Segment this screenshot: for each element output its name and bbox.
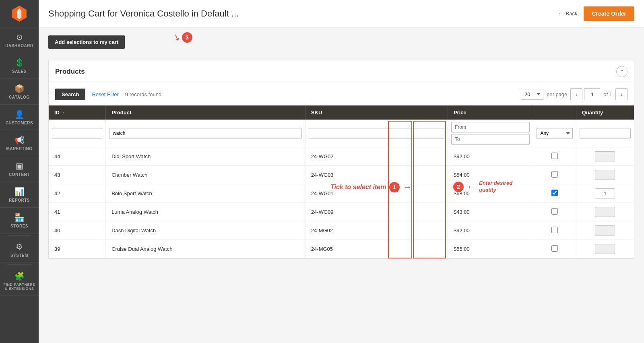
content-icon: ▣ <box>16 161 23 171</box>
cell-id: 44 <box>49 147 106 166</box>
search-button[interactable]: Search <box>55 89 85 100</box>
collapse-button[interactable]: ⌃ <box>616 66 627 77</box>
cell-price: $43.00 <box>448 203 533 221</box>
filter-cell-select: Any Yes No <box>533 120 576 147</box>
cell-select <box>533 221 576 240</box>
customers-icon: 👤 <box>14 110 25 119</box>
table-wrapper: Tick to select item 1 → 2 ← Enter desire… <box>49 105 634 258</box>
magento-logo-icon <box>11 5 28 22</box>
sidebar-item-system[interactable]: ⚙ SYSTEM <box>0 237 39 263</box>
qty-input[interactable] <box>595 225 615 236</box>
cell-id: 39 <box>49 240 106 258</box>
back-button[interactable]: ← Back <box>558 10 578 17</box>
qty-input[interactable] <box>595 244 615 254</box>
reset-filter-link[interactable]: Reset Filter <box>92 91 118 97</box>
filter-cell-id <box>49 120 106 147</box>
table-header-row: ID ↑ Product SKU Price Quantity <box>49 105 634 120</box>
filter-input-id[interactable] <box>52 128 102 138</box>
row-select-checkbox[interactable] <box>551 171 558 178</box>
col-header-sku: SKU <box>305 105 448 120</box>
sidebar-item-sales[interactable]: 💲 SALES <box>0 53 39 79</box>
filter-input-qty[interactable] <box>580 128 631 138</box>
sidebar-item-content[interactable]: ▣ CONTENT <box>0 156 39 182</box>
header-actions: ← Back Create Order <box>558 6 635 21</box>
cell-id: 43 <box>49 166 106 184</box>
filter-cell-product <box>106 120 305 147</box>
page-title: Shopping Cart for Veronica Costello in D… <box>48 8 239 19</box>
sidebar: ⊙ DASHBOARD 💲 SALES 📦 CATALOG 👤 CUSTOMER… <box>0 0 39 343</box>
sidebar-label-marketing: MARKETING <box>6 147 32 151</box>
cell-product: Didi Sport Watch <box>106 147 305 166</box>
page-header: Shopping Cart for Veronica Costello in D… <box>39 0 644 27</box>
filter-input-price-to[interactable] <box>451 134 530 145</box>
sidebar-item-stores[interactable]: 🏪 STORES <box>0 208 39 233</box>
prev-page-button[interactable]: ‹ <box>570 88 582 100</box>
qty-input[interactable] <box>595 207 615 217</box>
sidebar-item-marketing[interactable]: 📢 MARKETING <box>0 130 39 156</box>
row-select-checkbox[interactable] <box>551 153 558 159</box>
sidebar-label-stores: STORES <box>10 224 28 228</box>
sidebar-item-partners[interactable]: 🧩 FIND PARTNERS & EXTENSIONS <box>0 267 39 296</box>
cell-product: Cruise Dual Analog Watch <box>106 240 305 258</box>
sort-icon-id: ↑ <box>63 111 65 115</box>
search-toolbar: Search Reset Filter 9 records found 20 5… <box>49 83 634 105</box>
cell-select <box>533 203 576 221</box>
cell-product: Bolo Sport Watch <box>106 184 305 203</box>
col-header-id[interactable]: ID ↑ <box>49 105 106 120</box>
col-header-select <box>533 105 576 120</box>
sidebar-item-catalog[interactable]: 📦 CATALOG <box>0 79 39 105</box>
table-row: 43 Clamber Watch 24-WG03 $54.00 <box>49 166 634 184</box>
table-row: 42 Bolo Sport Watch 24-WG01 $68.00 <box>49 184 634 203</box>
pagination: ‹ of 1 › <box>570 88 627 100</box>
qty-input[interactable] <box>595 151 615 161</box>
back-label: Back <box>566 10 578 17</box>
add-to-cart-button[interactable]: Add selections to my cart <box>48 35 125 49</box>
cell-qty <box>576 166 634 184</box>
sidebar-label-catalog: CATALOG <box>9 95 29 99</box>
cell-price: $68.00 <box>448 184 533 203</box>
cell-id: 40 <box>49 221 106 240</box>
per-page-select[interactable]: 20 50 100 <box>521 89 543 100</box>
records-count-text: 9 records found <box>125 91 161 97</box>
next-page-button[interactable]: › <box>615 88 627 100</box>
per-page-label: per page <box>547 91 567 97</box>
row-select-checkbox[interactable] <box>551 190 558 196</box>
cell-select <box>533 166 576 184</box>
chevron-up-icon: ⌃ <box>620 69 624 74</box>
table-row: 40 Dash Digital Watch 24-MG02 $92.00 <box>49 221 634 240</box>
page-of-label: of 1 <box>602 91 614 97</box>
sidebar-divider-2 <box>8 264 31 265</box>
cell-sku: 24-MG05 <box>305 240 448 258</box>
cell-qty <box>576 221 634 240</box>
cell-sku: 24-WG03 <box>305 166 448 184</box>
table-row: 39 Cruise Dual Analog Watch 24-MG05 $55.… <box>49 240 634 258</box>
sidebar-item-reports[interactable]: 📊 REPORTS <box>0 182 39 208</box>
create-order-button[interactable]: Create Order <box>584 6 634 21</box>
system-icon: ⚙ <box>16 242 23 252</box>
dashboard-icon: ⊙ <box>16 32 23 42</box>
cell-price: $92.00 <box>448 147 533 166</box>
filter-input-price-from[interactable] <box>451 122 530 132</box>
filter-input-sku[interactable] <box>309 128 444 138</box>
qty-input[interactable] <box>595 170 615 180</box>
filter-input-product[interactable] <box>109 128 302 138</box>
sidebar-item-customers[interactable]: 👤 CUSTOMERS <box>0 105 39 130</box>
sidebar-label-reports: REPORTS <box>9 198 30 202</box>
qty-input[interactable] <box>595 188 615 198</box>
sidebar-label-partners: FIND PARTNERS & EXTENSIONS <box>2 283 37 291</box>
sidebar-item-dashboard[interactable]: ⊙ DASHBOARD <box>0 27 39 53</box>
row-select-checkbox[interactable] <box>551 245 558 252</box>
catalog-icon: 📦 <box>14 84 25 93</box>
row-select-checkbox[interactable] <box>551 208 558 215</box>
sidebar-label-sales: SALES <box>12 69 27 74</box>
cell-sku: 24-WG09 <box>305 203 448 221</box>
logo[interactable] <box>0 0 39 27</box>
stores-icon: 🏪 <box>14 213 25 222</box>
products-section-header: Products ⌃ <box>49 60 634 83</box>
col-header-price: Price <box>448 105 533 120</box>
cell-price: $55.00 <box>448 240 533 258</box>
price-any-select[interactable]: Any Yes No <box>537 128 572 138</box>
cell-qty <box>576 240 634 258</box>
row-select-checkbox[interactable] <box>551 227 558 233</box>
page-input[interactable] <box>584 88 600 100</box>
